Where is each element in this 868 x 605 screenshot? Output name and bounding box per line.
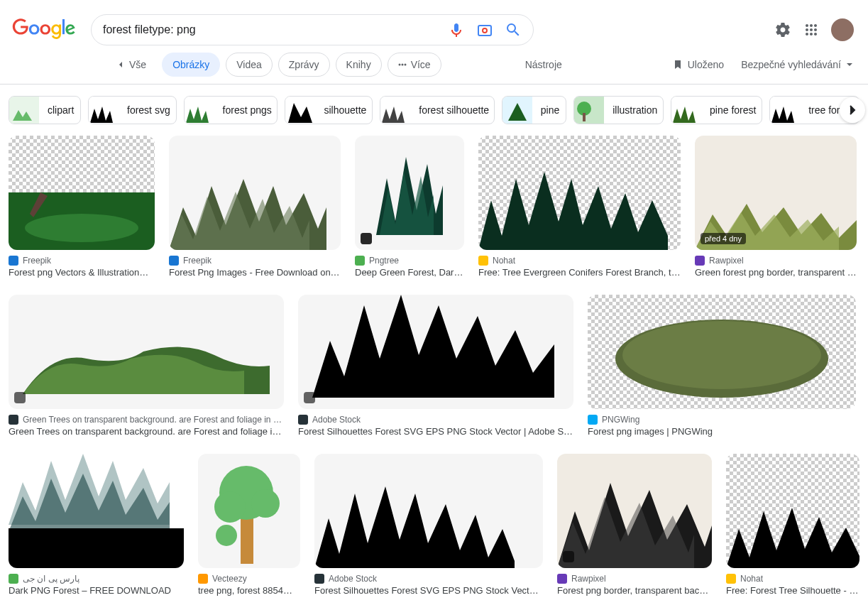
- nav-videos-label: Videa: [236, 59, 262, 70]
- svg-rect-18: [9, 136, 155, 192]
- source-label: پارس پی ان جی: [23, 574, 79, 584]
- result-title: Free: Tree Evergreen Conifers Forest Bra…: [478, 267, 681, 278]
- result-source: Adobe Stock: [314, 574, 543, 584]
- result-thumb[interactable]: [314, 454, 543, 568]
- result-title: Forest Png Images - Free Download on …: [169, 267, 341, 278]
- result-thumb[interactable]: [9, 136, 155, 250]
- favicon: [588, 415, 598, 425]
- result-title: Dark PNG Forest – FREE DOWNLOAD: [9, 585, 184, 596]
- source-label: Adobe Stock: [329, 574, 377, 584]
- result-thumb[interactable]: před 4 dny: [695, 136, 857, 250]
- chip-forest-svg[interactable]: forest svg: [88, 96, 177, 124]
- google-logo[interactable]: [11, 18, 77, 42]
- favicon: [198, 574, 208, 584]
- result-item[interactable]: PNGWing Forest png images | PNGWing: [588, 295, 856, 437]
- result-thumb[interactable]: [478, 136, 681, 250]
- result-item[interactable]: Pngtree Deep Green Forest, Dark…: [355, 136, 464, 278]
- chip-illustration[interactable]: illustration: [573, 96, 664, 124]
- result-item[interactable]: Vecteezy tree png, forest 8854…: [198, 454, 300, 596]
- nav-images-label: Obrázky: [172, 59, 209, 70]
- chip-label: illustration: [604, 104, 664, 116]
- result-thumb[interactable]: [355, 136, 464, 250]
- result-item[interactable]: Nohat Free: Forest Tree Silhouette - …: [726, 454, 859, 596]
- result-thumb[interactable]: [298, 295, 573, 409]
- result-item[interactable]: Adobe Stock Forest Silhouettes Forest SV…: [314, 454, 543, 596]
- result-item[interactable]: پارس پی ان جی Dark PNG Forest – FREE DOW…: [9, 454, 184, 596]
- svg-point-4: [404, 64, 406, 66]
- favicon: [9, 256, 18, 266]
- chip-pine-forest[interactable]: pine forest: [671, 96, 762, 124]
- nav-news-label: Zprávy: [289, 59, 319, 70]
- chip-pine[interactable]: pine: [502, 96, 566, 124]
- favicon: [298, 415, 308, 425]
- chips-scroll-right[interactable]: [840, 97, 865, 123]
- result-item[interactable]: Nohat Free: Tree Evergreen Conifers Fore…: [478, 136, 681, 278]
- result-item[interactable]: Freepik Forest png Vectors & Illustratio…: [9, 136, 155, 278]
- svg-rect-0: [478, 26, 491, 36]
- nav-books[interactable]: Knihy: [336, 53, 382, 77]
- chip-thumb: [671, 96, 701, 124]
- result-thumb[interactable]: [169, 136, 341, 250]
- header: [0, 0, 868, 45]
- result-thumb[interactable]: [557, 454, 712, 568]
- result-item[interactable]: Green Trees on transparent background. a…: [9, 295, 284, 437]
- search-bar[interactable]: [91, 14, 534, 45]
- svg-point-3: [401, 64, 403, 66]
- result-thumb[interactable]: [588, 295, 856, 409]
- favicon: [9, 415, 18, 425]
- result-source: Vecteezy: [198, 574, 300, 584]
- nav-safesearch[interactable]: Bezpečné vyhledávání: [741, 59, 854, 70]
- result-item[interactable]: Rawpixel Forest png border, transparent …: [557, 454, 712, 596]
- svg-rect-37: [241, 518, 253, 564]
- nav-more[interactable]: Více: [388, 53, 441, 77]
- favicon: [9, 574, 18, 584]
- avatar[interactable]: [831, 18, 854, 41]
- nav-videos[interactable]: Videa: [226, 53, 273, 77]
- chip-clipart[interactable]: clipart: [9, 96, 81, 124]
- result-thumb[interactable]: [9, 295, 284, 409]
- chip-forest-pngs[interactable]: forest pngs: [184, 96, 278, 124]
- nav-all[interactable]: Vše: [106, 53, 156, 76]
- result-thumb[interactable]: [726, 454, 859, 568]
- svg-point-39: [214, 491, 246, 523]
- result-item[interactable]: Freepik Forest Png Images - Free Downloa…: [169, 136, 341, 278]
- chip-thumb: [9, 96, 39, 124]
- result-title: Forest Silhouettes Forest SVG EPS PNG St…: [298, 426, 573, 437]
- result-source: Freepik: [9, 256, 155, 266]
- search-icon[interactable]: [505, 21, 522, 38]
- chip-thumb: [380, 96, 410, 124]
- result-thumb[interactable]: [198, 454, 300, 568]
- result-row: Green Trees on transparent background. a…: [9, 295, 859, 437]
- nav-tools[interactable]: Nástroje: [525, 59, 562, 70]
- nav-images[interactable]: Obrázky: [162, 53, 220, 77]
- favicon: [355, 256, 365, 266]
- nav-saved[interactable]: Uloženo: [672, 59, 724, 70]
- result-source: Rawpixel: [695, 256, 857, 266]
- chevron-right-icon: [847, 104, 858, 116]
- result-title: tree png, forest 8854…: [198, 585, 300, 596]
- result-source: Nohat: [726, 574, 859, 584]
- svg-point-20: [25, 214, 138, 242]
- nav-right: Uloženo Bezpečné vyhledávání: [672, 59, 854, 70]
- svg-point-2: [398, 64, 400, 66]
- chip-label: forest silhouette: [410, 104, 494, 116]
- image-search-icon[interactable]: [476, 21, 493, 38]
- favicon: [726, 574, 736, 584]
- nav-news[interactable]: Zprávy: [278, 53, 330, 77]
- chip-label: pine forest: [701, 104, 762, 116]
- result-item[interactable]: Adobe Stock Forest Silhouettes Forest SV…: [298, 295, 573, 437]
- chip-silhouette[interactable]: silhouette: [285, 96, 373, 124]
- voice-search-icon[interactable]: [448, 21, 465, 38]
- result-source: Adobe Stock: [298, 415, 573, 425]
- time-badge: před 4 dny: [701, 233, 746, 244]
- chip-forest-silhouette[interactable]: forest silhouette: [380, 96, 494, 124]
- result-title: Forest Silhouettes Forest SVG EPS PNG St…: [314, 585, 543, 596]
- result-item[interactable]: před 4 dny Rawpixel Green forest png bor…: [695, 136, 857, 278]
- gear-icon[interactable]: [774, 21, 791, 38]
- chip-label: clipart: [39, 104, 81, 116]
- nav-more-label: Více: [411, 59, 431, 70]
- apps-grid-icon[interactable]: [803, 21, 820, 38]
- chip-label: forest svg: [119, 104, 177, 116]
- search-input[interactable]: [103, 23, 448, 36]
- result-thumb[interactable]: [9, 454, 184, 568]
